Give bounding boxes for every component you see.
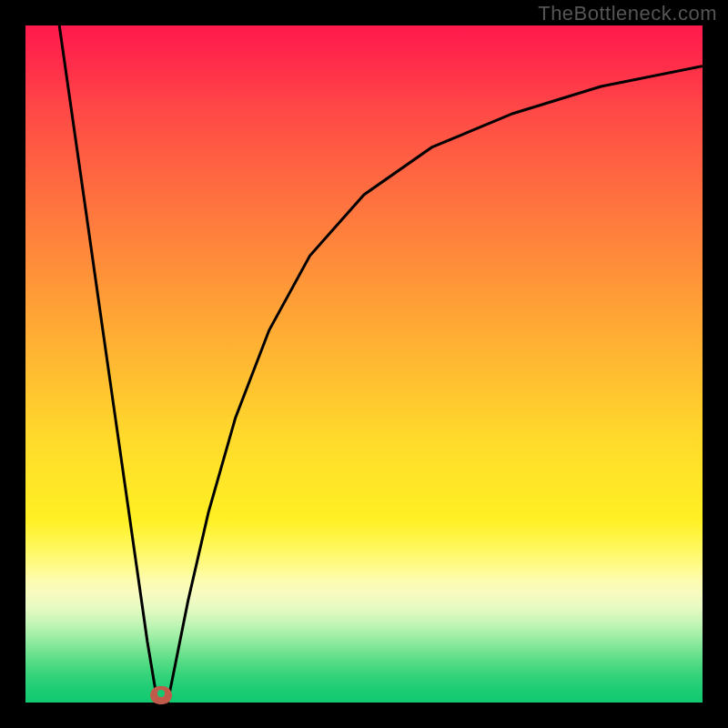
watermark-text: TheBottleneck.com [538,2,717,25]
minimum-marker-inner [157,690,165,697]
curve-left-branch [59,25,157,703]
curve-right-branch [167,66,703,703]
chart-frame: TheBottleneck.com [0,0,728,728]
minimum-marker [150,686,172,704]
chart-curves-svg [25,25,703,703]
